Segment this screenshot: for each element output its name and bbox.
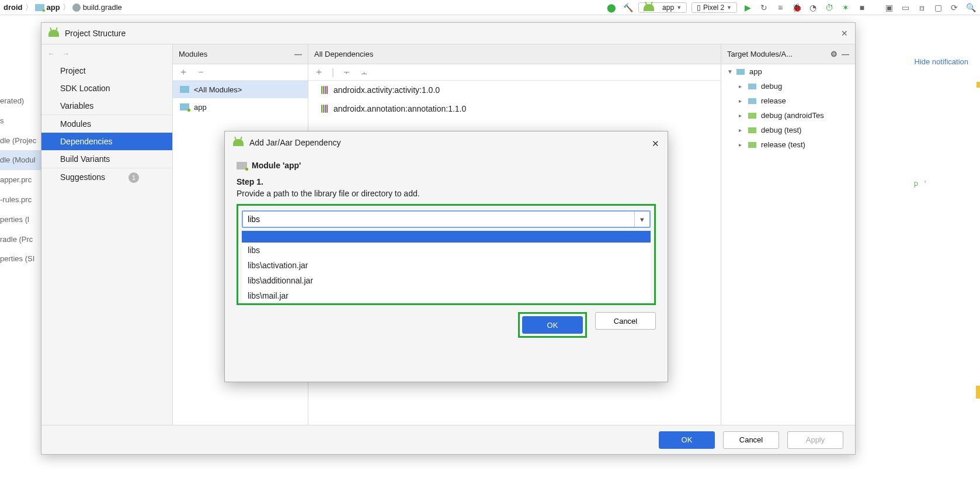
jar-module-label: Module 'app' [252, 161, 301, 170]
run-config-label: app [662, 4, 674, 12]
folder-icon [180, 86, 189, 93]
target-debug-androidtest[interactable]: ▸debug (androidTes [721, 108, 855, 123]
nav-sdk[interactable]: SDK Location [41, 79, 172, 97]
module-all[interactable]: <All Modules> [173, 81, 308, 98]
targets-title: Target Modules/A... [727, 50, 793, 58]
sdk-manager-icon[interactable]: ▭ [899, 2, 911, 13]
step-text: Provide a path to the library file or di… [237, 189, 656, 198]
add-jar-dialog: Add Jar/Aar Dependency ✕ Module 'app' St… [224, 131, 668, 382]
jar-ok-button[interactable]: OK [522, 316, 583, 334]
highlight-frame-ok: OK [518, 312, 587, 338]
android-head-icon [644, 4, 654, 11]
search-icon[interactable]: 🔍 [965, 2, 976, 13]
top-toolbar: ⬤ 🔨 app ▼ ▯ Pixel 2 ▼ ▶ ↻ ≡ 🐞 ◔ ⏱ ✶ ■ ▣ … [606, 0, 976, 15]
run-icon[interactable]: ▶ [742, 2, 753, 13]
step-label: Step 1. [237, 177, 656, 186]
dependency-row[interactable]: androidx.annotation:annotation:1.1.0 [308, 99, 721, 118]
hide-notification-link[interactable]: Hide notification [915, 57, 969, 66]
nav-dependencies[interactable]: Dependencies [41, 133, 172, 150]
dropdown-option[interactable]: libs\additionnal.jar [242, 273, 651, 288]
dropdown-option[interactable]: libs [242, 243, 651, 258]
gradle-icon [72, 4, 81, 12]
folder-icon [748, 98, 756, 104]
minimize-icon[interactable]: — [842, 50, 849, 58]
jar-dialog-titlebar[interactable]: Add Jar/Aar Dependency ✕ [225, 131, 668, 154]
settings-icon[interactable]: ⚙ [830, 50, 837, 58]
folder-icon [748, 113, 756, 119]
close-icon[interactable]: ✕ [652, 139, 659, 149]
folder-icon [748, 142, 756, 148]
add-module-icon[interactable]: ＋ [179, 66, 188, 78]
stop-icon[interactable]: ■ [856, 2, 868, 13]
nav-modules[interactable]: Modules [41, 115, 172, 133]
nav-build-variants[interactable]: Build Variants [41, 150, 172, 168]
path-input[interactable] [243, 212, 634, 227]
path-dropdown: libs libs\activation.jar libs\additionna… [242, 231, 651, 303]
dropdown-toggle-icon[interactable]: ▾ [634, 212, 649, 227]
jar-dialog-footer: OK Cancel [225, 305, 668, 345]
ps-apply-button[interactable]: Apply [787, 431, 843, 449]
module-app[interactable]: app [173, 98, 308, 116]
add-dependency-icon[interactable]: ＋ [314, 66, 324, 78]
close-icon[interactable]: ✕ [841, 29, 848, 38]
android-head-icon [48, 30, 59, 37]
dialog-title: Project Structure [65, 29, 126, 38]
device-selector[interactable]: ▯ Pixel 2 ▼ [691, 2, 737, 13]
profiler-icon[interactable]: ⏱ [823, 2, 835, 13]
breadcrumb-seg-file[interactable]: build.gradle [83, 3, 122, 12]
target-app[interactable]: ▼app [721, 64, 855, 79]
target-release[interactable]: ▸release [721, 94, 855, 108]
target-debug-test[interactable]: ▸debug (test) [721, 123, 855, 137]
nav-fwd-icon[interactable]: → [62, 49, 69, 58]
dropdown-option[interactable]: libs\mail.jar [242, 288, 651, 303]
ps-cancel-button[interactable]: Cancel [723, 431, 779, 449]
avd-manager-icon[interactable]: ▣ [883, 2, 895, 13]
android-icon[interactable]: ⬤ [606, 2, 617, 13]
run-config-selector[interactable]: app ▼ [638, 2, 687, 13]
suggestions-badge: 1 [128, 172, 139, 183]
resource-manager-icon[interactable]: ⧈ [916, 2, 927, 13]
target-release-test[interactable]: ▸release (test) [721, 137, 855, 152]
android-head-icon [233, 139, 244, 146]
minimize-icon[interactable]: — [294, 50, 302, 58]
collapse-all-icon[interactable]: ⫠ [360, 67, 369, 78]
expand-all-icon[interactable]: ⫟ [342, 67, 352, 78]
ps-ok-button[interactable]: OK [659, 431, 715, 449]
sync-icon[interactable]: ⟳ [948, 2, 960, 13]
nav-variables[interactable]: Variables [41, 97, 172, 115]
nav-suggestions[interactable]: Suggestions1 [41, 168, 172, 187]
dialog-titlebar[interactable]: Project Structure ✕ [41, 23, 855, 44]
apply-changes-icon[interactable]: ↻ [758, 2, 770, 13]
ps-dialog-footer: OK Cancel Apply [41, 425, 855, 454]
nav-back-icon[interactable]: ← [47, 49, 55, 58]
ps-sidebar: ← → Project SDK Location Variables Modul… [41, 44, 173, 425]
jar-cancel-button[interactable]: Cancel [595, 312, 656, 330]
phone-icon: ▯ [697, 4, 701, 12]
attach-debugger-icon[interactable]: ✶ [840, 2, 852, 13]
debug-icon[interactable]: 🐞 [791, 2, 802, 13]
device-label: Pixel 2 [703, 4, 724, 12]
hammer-icon[interactable]: 🔨 [622, 2, 634, 13]
jar-dialog-title: Add Jar/Aar Dependency [249, 138, 340, 147]
path-combobox[interactable]: ▾ [242, 210, 651, 228]
modules-panel-title: Modules [179, 50, 207, 58]
target-debug[interactable]: ▸debug [721, 79, 855, 94]
coverage-icon[interactable]: ◔ [807, 2, 819, 13]
folder-icon [35, 4, 44, 11]
folder-icon [180, 103, 189, 110]
layout-inspector-icon[interactable]: ▢ [932, 2, 944, 13]
folder-icon [748, 127, 756, 133]
module-folder-icon [237, 162, 247, 169]
remove-module-icon[interactable]: － [196, 66, 206, 78]
breadcrumb-seg-app[interactable]: app [47, 3, 60, 12]
breadcrumb-seg-root[interactable]: droid [4, 3, 23, 12]
library-icon [321, 105, 328, 113]
dropdown-option[interactable]: libs\activation.jar [242, 258, 651, 273]
folder-icon [748, 84, 756, 89]
folder-icon [736, 69, 745, 75]
nav-project[interactable]: Project [41, 62, 172, 79]
apply-code-icon[interactable]: ≡ [774, 2, 786, 13]
dependency-row[interactable]: androidx.activity:activity:1.0.0 [308, 81, 721, 99]
gutter-marker-2 [976, 386, 980, 399]
dropdown-option[interactable] [242, 231, 651, 243]
